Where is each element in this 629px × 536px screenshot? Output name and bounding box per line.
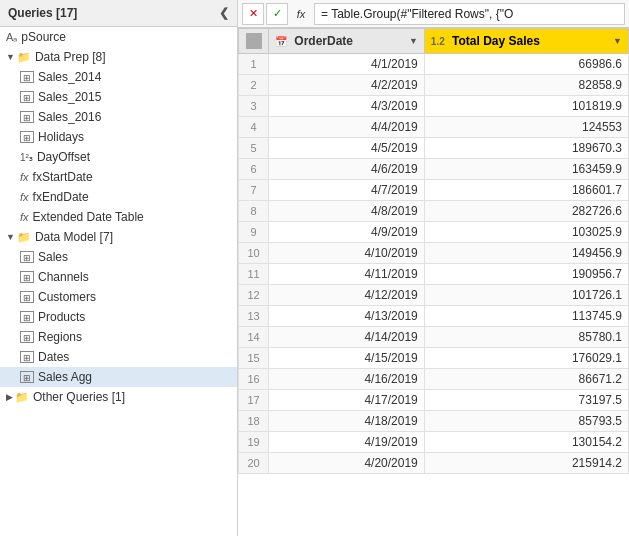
orderdate-column-header[interactable]: 📅 OrderDate ▼: [269, 29, 425, 54]
totaldaysales-cell: 85793.5: [424, 411, 628, 432]
cancel-formula-button[interactable]: ✕: [242, 3, 264, 25]
tree-item-extDateTable[interactable]: fxExtended Date Table: [0, 207, 237, 227]
table-row[interactable]: 154/15/2019176029.1: [239, 348, 629, 369]
table-row[interactable]: 74/7/2019186601.7: [239, 180, 629, 201]
tree-label-holidays: Holidays: [38, 130, 84, 144]
table-row[interactable]: 204/20/2019215914.2: [239, 453, 629, 474]
tree-label-sales2016: Sales_2016: [38, 110, 101, 124]
tree-label-fxEndDate: fxEndDate: [33, 190, 89, 204]
orderdate-cell: 4/18/2019: [269, 411, 425, 432]
fx-icon-extDateTable: fx: [20, 211, 29, 223]
table-icon-sales: ⊞: [20, 251, 34, 263]
table-row[interactable]: 54/5/2019189670.3: [239, 138, 629, 159]
totaldaysales-cell: 176029.1: [424, 348, 628, 369]
table-row[interactable]: 44/4/2019124553: [239, 117, 629, 138]
table-icon-holidays: ⊞: [20, 131, 34, 143]
table-row[interactable]: 64/6/2019163459.9: [239, 159, 629, 180]
totaldaysales-cell: 130154.2: [424, 432, 628, 453]
collapse-panel-icon[interactable]: ❮: [219, 6, 229, 20]
queries-panel: Queries [17] ❮ AₐpSource▼ 📁Data Prep [8]…: [0, 0, 238, 536]
table-icon-sales2014: ⊞: [20, 71, 34, 83]
folder-arrow-otherQueries[interactable]: ▶: [6, 392, 13, 402]
row-number-cell: 15: [239, 348, 269, 369]
table-row[interactable]: 114/11/2019190956.7: [239, 264, 629, 285]
tree-item-sales2014[interactable]: ⊞Sales_2014: [0, 67, 237, 87]
tree-label-products: Products: [38, 310, 85, 324]
table-icon-dates: ⊞: [20, 351, 34, 363]
tree-label-dayOffset: DayOffset: [37, 150, 90, 164]
row-number-cell: 3: [239, 96, 269, 117]
orderdate-cell: 4/15/2019: [269, 348, 425, 369]
tree-item-dayOffset[interactable]: 1²₃DayOffset: [0, 147, 237, 167]
tree-item-holidays[interactable]: ⊞Holidays: [0, 127, 237, 147]
table-header-row: 📅 OrderDate ▼ 1.2 Total Day Sales: [239, 29, 629, 54]
totaldaysales-cell: 163459.9: [424, 159, 628, 180]
orderdate-cell: 4/4/2019: [269, 117, 425, 138]
tree-item-fxEndDate[interactable]: fxfxEndDate: [0, 187, 237, 207]
table-row[interactable]: 184/18/201985793.5: [239, 411, 629, 432]
tree-item-dataPrep[interactable]: ▼ 📁Data Prep [8]: [0, 47, 237, 67]
tree-item-products[interactable]: ⊞Products: [0, 307, 237, 327]
tree-item-customers[interactable]: ⊞Customers: [0, 287, 237, 307]
row-number-cell: 8: [239, 201, 269, 222]
table-row[interactable]: 124/12/2019101726.1: [239, 285, 629, 306]
data-table-container[interactable]: 📅 OrderDate ▼ 1.2 Total Day Sales: [238, 28, 629, 536]
tree-label-dataModel: Data Model [7]: [35, 230, 113, 244]
totaldaysales-type-icon: 1.2: [431, 36, 445, 47]
table-icon-regions: ⊞: [20, 331, 34, 343]
tree-item-dataModel[interactable]: ▼ 📁Data Model [7]: [0, 227, 237, 247]
totaldaysales-cell: 66986.6: [424, 54, 628, 75]
fx-label: fx: [290, 3, 312, 25]
table-row[interactable]: 194/19/2019130154.2: [239, 432, 629, 453]
totaldaysales-cell: 215914.2: [424, 453, 628, 474]
tree-item-dates[interactable]: ⊞Dates: [0, 347, 237, 367]
folder-arrow-dataModel[interactable]: ▼: [6, 232, 15, 242]
tree-item-otherQueries[interactable]: ▶ 📁Other Queries [1]: [0, 387, 237, 407]
row-number-cell: 18: [239, 411, 269, 432]
table-row[interactable]: 34/3/2019101819.9: [239, 96, 629, 117]
folder-arrow-dataPrep[interactable]: ▼: [6, 52, 15, 62]
table-row[interactable]: 94/9/2019103025.9: [239, 222, 629, 243]
table-row[interactable]: 104/10/2019149456.9: [239, 243, 629, 264]
formula-input[interactable]: [314, 3, 625, 25]
table-row[interactable]: 164/16/201986671.2: [239, 369, 629, 390]
orderdate-cell: 4/1/2019: [269, 54, 425, 75]
table-row[interactable]: 144/14/201985780.1: [239, 327, 629, 348]
totaldaysales-cell: 101819.9: [424, 96, 628, 117]
table-icon-salesAgg: ⊞: [20, 371, 34, 383]
fx-icon-fxStartDate: fx: [20, 171, 29, 183]
totaldaysales-filter-icon[interactable]: ▼: [613, 36, 622, 46]
orderdate-cell: 4/5/2019: [269, 138, 425, 159]
tree-item-sales[interactable]: ⊞Sales: [0, 247, 237, 267]
table-row[interactable]: 134/13/2019113745.9: [239, 306, 629, 327]
totaldaysales-label: Total Day Sales: [452, 34, 540, 48]
orderdate-cell: 4/19/2019: [269, 432, 425, 453]
tree-item-sales2016[interactable]: ⊞Sales_2016: [0, 107, 237, 127]
totaldaysales-cell: 282726.6: [424, 201, 628, 222]
table-row[interactable]: 24/2/201982858.9: [239, 75, 629, 96]
table-icon-channels: ⊞: [20, 271, 34, 283]
totaldaysales-column-header[interactable]: 1.2 Total Day Sales ▼: [424, 29, 628, 54]
tree-item-regions[interactable]: ⊞Regions: [0, 327, 237, 347]
tree-item-channels[interactable]: ⊞Channels: [0, 267, 237, 287]
confirm-formula-button[interactable]: ✓: [266, 3, 288, 25]
row-number-cell: 4: [239, 117, 269, 138]
row-number-cell: 6: [239, 159, 269, 180]
queries-tree: AₐpSource▼ 📁Data Prep [8]⊞Sales_2014⊞Sal…: [0, 27, 237, 536]
table-row[interactable]: 84/8/2019282726.6: [239, 201, 629, 222]
panel-title: Queries [17]: [8, 6, 77, 20]
totaldaysales-cell: 101726.1: [424, 285, 628, 306]
table-row[interactable]: 174/17/201973197.5: [239, 390, 629, 411]
orderdate-cell: 4/8/2019: [269, 201, 425, 222]
row-number-cell: 7: [239, 180, 269, 201]
tree-item-salesAgg[interactable]: ⊞Sales Agg: [0, 367, 237, 387]
tree-item-sales2015[interactable]: ⊞Sales_2015: [0, 87, 237, 107]
orderdate-filter-icon[interactable]: ▼: [409, 36, 418, 46]
row-number-cell: 19: [239, 432, 269, 453]
orderdate-cell: 4/20/2019: [269, 453, 425, 474]
tree-item-pSource[interactable]: AₐpSource: [0, 27, 237, 47]
table-row[interactable]: 14/1/201966986.6: [239, 54, 629, 75]
tree-label-sales2014: Sales_2014: [38, 70, 101, 84]
tree-item-fxStartDate[interactable]: fxfxStartDate: [0, 167, 237, 187]
tree-label-sales: Sales: [38, 250, 68, 264]
